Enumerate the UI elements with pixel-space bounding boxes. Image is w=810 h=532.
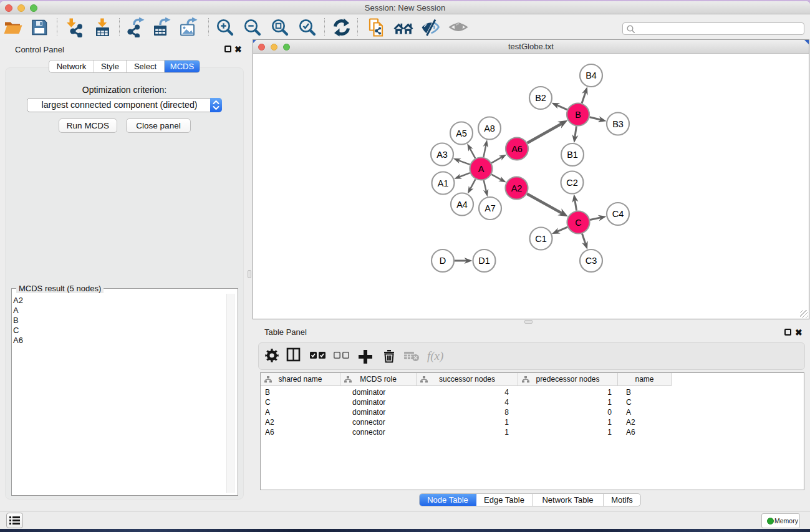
svg-text:A: A (478, 164, 485, 174)
svg-text:A3: A3 (436, 150, 448, 160)
svg-text:B3: B3 (612, 119, 624, 129)
svg-text:A2: A2 (511, 183, 523, 193)
svg-text:B: B (575, 110, 581, 120)
svg-text:A6: A6 (511, 144, 523, 154)
svg-text:C1: C1 (535, 234, 547, 244)
svg-text:C2: C2 (566, 178, 578, 188)
svg-text:C4: C4 (612, 209, 624, 219)
svg-text:D: D (440, 256, 446, 266)
svg-text:A7: A7 (485, 203, 496, 213)
svg-text:B1: B1 (567, 150, 578, 160)
svg-text:A5: A5 (456, 128, 467, 138)
svg-text:C: C (575, 218, 581, 228)
svg-text:B4: B4 (586, 70, 597, 80)
svg-text:A8: A8 (484, 123, 495, 133)
svg-text:A1: A1 (438, 178, 449, 188)
svg-text:A4: A4 (456, 200, 468, 210)
svg-text:B2: B2 (535, 93, 546, 103)
svg-text:C3: C3 (586, 256, 597, 266)
svg-text:D1: D1 (478, 256, 490, 266)
